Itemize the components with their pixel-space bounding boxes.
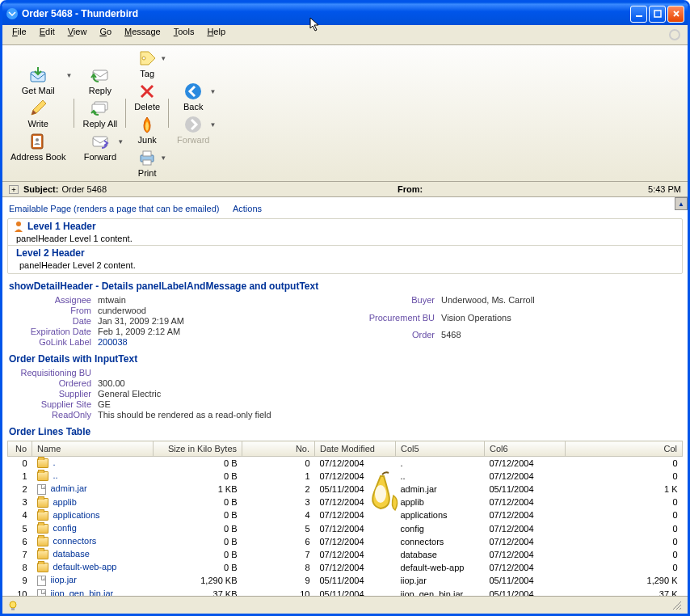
column-header[interactable]: Size in Kilo Bytes (154, 441, 242, 457)
field-label: Expiration Date (11, 327, 91, 336)
reply-all-button[interactable]: Reply All (78, 97, 122, 130)
emailable-page-link[interactable]: Emailable Page (renders a page that can … (9, 204, 220, 213)
forward-button: Forward▼ (172, 113, 214, 146)
table-row[interactable]: 6connectors0 B607/12/2004connectors07/12… (8, 535, 683, 548)
from-label: From: (398, 184, 423, 194)
detail-header-title: showDetailHeader - Details panelLabelAnd… (9, 281, 683, 292)
menu-view[interactable]: View (61, 25, 94, 38)
scroll-up-button[interactable]: ▲ (675, 197, 688, 210)
file-name-cell[interactable]: applications (32, 508, 154, 521)
reply-icon (90, 65, 110, 85)
close-button[interactable] (667, 6, 684, 23)
svg-point-0 (6, 8, 18, 19)
field-label: Procurement BU (354, 313, 435, 330)
field-value: Jan 31, 2009 2:19 AM (98, 316, 184, 326)
folder-icon (37, 550, 48, 559)
subject-label: Subject: (23, 184, 58, 194)
tag-icon (137, 49, 157, 68)
menu-tools[interactable]: Tools (167, 25, 201, 38)
field-label: Supplier (11, 389, 91, 399)
write-button[interactable]: Write (6, 97, 70, 130)
file-name-cell[interactable]: admin.jar (32, 483, 154, 496)
file-name-cell[interactable]: config (32, 521, 154, 534)
person-icon (13, 221, 24, 232)
expand-icon[interactable]: + (9, 185, 19, 194)
dropdown-arrow-icon: ▼ (117, 138, 124, 146)
resize-grip-icon[interactable] (671, 600, 683, 611)
detail-right-column: BuyerUnderwood, Ms. CarrollProcurement B… (354, 295, 535, 347)
field-label: From (11, 306, 91, 315)
back-button[interactable]: Back▼ (172, 80, 214, 113)
table-row[interactable]: 2admin.jar1 KB205/11/2004admin.jar05/11/… (8, 483, 683, 496)
svg-rect-21 (11, 608, 15, 610)
column-header[interactable]: No. (242, 441, 315, 457)
file-name-cell[interactable]: default-web-app (32, 561, 154, 574)
minimize-button[interactable] (630, 6, 647, 23)
svg-rect-1 (636, 15, 642, 17)
table-row[interactable]: 9iiop.jar1,290 KB905/11/2004iiop.jar05/1… (8, 574, 683, 588)
action-links: Emailable Page (renders a page that can … (7, 202, 683, 218)
file-icon (37, 484, 46, 495)
column-header[interactable]: No (8, 441, 32, 457)
toolbar: Get Mail▼WriteAddress Book ReplyReply Al… (2, 45, 688, 182)
get-mail-button[interactable]: Get Mail▼ (6, 64, 70, 97)
dropdown-arrow-icon: ▼ (210, 88, 217, 95)
table-row[interactable]: 7database0 B707/12/2004database07/12/200… (8, 548, 683, 561)
table-row[interactable]: 1..0 B107/12/2004..07/12/20040 (8, 470, 683, 483)
column-header[interactable]: Name (32, 441, 154, 457)
file-name-cell[interactable]: .. (32, 470, 154, 483)
menu-file[interactable]: File (6, 25, 33, 38)
replyall-icon (90, 99, 110, 118)
file-name-cell[interactable]: database (32, 548, 154, 561)
titlebar[interactable]: Order 5468 - Thunderbird (2, 2, 688, 25)
actions-link[interactable]: Actions (233, 204, 262, 213)
menu-go[interactable]: Go (93, 25, 118, 38)
golink-link[interactable]: 200038 (98, 337, 184, 347)
order-details-title: Order Details with InputText (9, 353, 683, 365)
table-row[interactable]: 5config0 B507/12/2004config07/12/20040 (8, 521, 683, 534)
svg-point-3 (670, 30, 679, 40)
file-name-cell[interactable]: connectors (32, 535, 154, 548)
field-value: Vision Operations (441, 313, 535, 330)
reply-button[interactable]: Reply (78, 64, 122, 97)
address-book-button[interactable]: Address Book (6, 130, 70, 163)
window-title: Order 5468 - Thunderbird (22, 8, 630, 19)
field-value: cunderwood (98, 306, 184, 315)
activity-icon (668, 28, 681, 41)
table-row[interactable]: 0.0 B007/12/2004.07/12/20040 (8, 457, 683, 470)
dropdown-arrow-icon: ▼ (210, 121, 217, 129)
write-icon (28, 99, 48, 118)
table-row[interactable]: 3applib0 B307/12/2004applib07/12/20040 (8, 496, 683, 508)
column-header[interactable]: Col (566, 441, 683, 457)
menu-message[interactable]: Message (118, 25, 167, 38)
column-header[interactable]: Date Modified (315, 441, 396, 457)
file-name-cell[interactable]: . (32, 457, 154, 470)
print-button[interactable]: Print▼ (129, 146, 165, 179)
forward-button[interactable]: Forward▼ (78, 130, 122, 163)
folder-icon (37, 511, 48, 521)
detail-left-column: AssigneemtwainFromcunderwoodDateJan 31, … (11, 295, 184, 347)
tag-button[interactable]: Tag▼ (129, 47, 165, 80)
svg-rect-2 (654, 11, 661, 17)
table-row[interactable]: 8default-web-app0 B807/12/2004default-we… (8, 561, 683, 574)
delete-button[interactable]: Delete (129, 80, 165, 113)
column-header[interactable]: Col6 (485, 441, 566, 457)
bulb-icon (7, 600, 19, 611)
print-icon (137, 148, 157, 167)
junk-button[interactable]: Junk (129, 113, 165, 146)
column-header[interactable]: Col5 (396, 441, 485, 457)
dropdown-arrow-icon: ▼ (160, 55, 166, 62)
menu-help[interactable]: Help (200, 25, 232, 38)
level1-panel: Level 1 Header panelHeader Level 1 conte… (7, 218, 683, 274)
delete-icon (137, 82, 157, 101)
table-row[interactable]: 4applications0 B407/12/2004applications0… (8, 508, 683, 521)
field-label: Date (11, 316, 91, 326)
menu-edit[interactable]: Edit (33, 25, 61, 38)
field-value: 300.00 (98, 378, 683, 388)
folder-icon (37, 563, 48, 572)
level2-content: panelHeader Level 2 content. (8, 260, 682, 273)
svg-rect-15 (143, 160, 151, 165)
maximize-button[interactable] (649, 6, 666, 23)
file-name-cell[interactable]: applib (32, 496, 154, 508)
file-name-cell[interactable]: iiop.jar (32, 574, 154, 588)
